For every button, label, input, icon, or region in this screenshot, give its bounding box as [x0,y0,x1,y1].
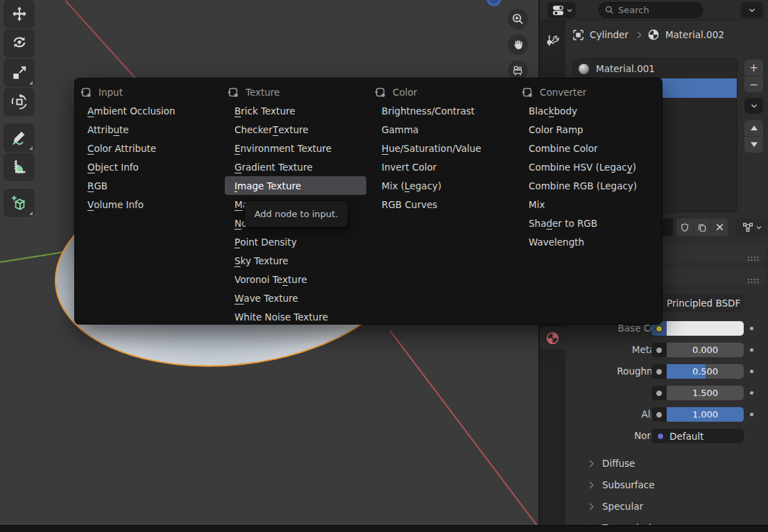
menu-item-voronoi-texture[interactable]: Voronoi Texture [225,270,366,289]
menu-item-shader-to-rgb[interactable]: Shader to RGB [519,214,660,232]
panel-drag-grip[interactable] [747,273,760,286]
menu-item-ambient-occlusion[interactable]: Ambient Occlusion [78,101,219,120]
slider-value: 1.000 [667,407,744,422]
menu-item-point-density[interactable]: Point Density [225,232,366,251]
menu-item-hue-saturation-value[interactable]: Hue/Saturation/Value [372,139,513,157]
tab-material[interactable] [540,326,565,350]
panel-drag-grip[interactable] [747,251,760,264]
animate-decorator-icon[interactable] [750,391,753,395]
menu-item-attribute[interactable]: Attribute [78,120,219,139]
socket-button[interactable] [651,364,667,379]
search-input[interactable] [618,5,688,15]
annotate-tool-button[interactable] [3,123,35,152]
unlink-material-button[interactable] [711,218,728,236]
menu-item-combine-hsv-legacy-[interactable]: Combine HSV (Legacy) [519,157,660,176]
menu-item-checker-texture[interactable]: Checker Texture [225,120,366,139]
menu-category-title: Converter [540,87,586,98]
socket-button[interactable] [651,343,667,357]
copy-material-button[interactable] [694,218,710,236]
subpanel-diffuse[interactable]: Diffuse [570,456,767,470]
chevron-right-icon [587,460,594,467]
move-tool-icon [10,6,28,24]
filter-dropdown[interactable] [736,218,767,236]
menu-item-brightness-contrast[interactable]: Brightness/Contrast [372,101,513,120]
zoom-icon[interactable] [508,9,528,29]
menu-item-rgb[interactable]: RGB [78,176,219,195]
menu-item-invert-color[interactable]: Invert Color [372,157,513,176]
animate-decorator-icon[interactable] [750,348,753,352]
menu-item-combine-rgb-legacy-[interactable]: Combine RGB (Legacy) [519,176,660,195]
transform-tool-icon [10,93,28,111]
menu-item-brick-texture[interactable]: Brick Texture [225,101,366,120]
add-slot-button[interactable]: + [744,60,763,76]
menu-item-image-texture[interactable]: Image Texture [225,176,366,195]
menu-item-white-noise-texture[interactable]: White Noise Texture [225,307,366,326]
alpha-slider[interactable]: 1.000 [667,407,744,422]
menu-item-combine-color[interactable]: Combine Color [519,139,660,157]
material-slot-row[interactable]: Material.001 [573,59,737,78]
chevron-down-icon [567,8,572,13]
subpanel-subsurface[interactable]: Subsurface [570,478,767,492]
menu-category-title: Texture [246,87,280,98]
subpanel-specular[interactable]: Specular [570,499,767,513]
search-box[interactable] [599,2,703,18]
animate-decorator-icon[interactable] [750,370,753,373]
animate-decorator-icon[interactable] [750,413,753,416]
chevron-down-icon [749,7,756,14]
metallic-slider[interactable]: 0.000 [667,343,744,357]
chevron-right-icon [587,481,594,488]
editor-type-dropdown[interactable] [547,2,576,18]
menu-column-input: InputAmbient OcclusionAttributeColor Att… [75,78,222,326]
ior-slider[interactable]: 1.500 [667,386,744,400]
menu-item-environment-texture[interactable]: Environment Texture [225,139,366,157]
menu-item-color-ramp[interactable]: Color Ramp [519,120,660,139]
menu-item-gradient-texture[interactable]: Gradient Texture [225,157,366,176]
add-cube-tool-button[interactable] [3,189,35,217]
menu-item-rgb-curves[interactable]: RGB Curves [372,195,513,214]
rotate-tool-button[interactable] [3,29,35,58]
header-options-button[interactable] [741,2,763,18]
node-tree-filter-icon [742,221,754,234]
fake-user-shield-button[interactable] [676,218,693,236]
menu-item-mix[interactable]: Mix [519,195,660,214]
search-icon [605,6,614,15]
base-color-swatch[interactable] [667,321,744,336]
socket-button[interactable] [651,407,667,422]
roughness-slider[interactable]: 0.500 [667,364,744,379]
menu-item-color-attribute[interactable]: Color Attribute [78,139,219,157]
move-slot-down-button[interactable] [744,137,763,153]
menu-item-gamma[interactable]: Gamma [372,120,513,139]
transform-tool-button[interactable] [3,87,35,116]
slot-specials-button[interactable] [744,98,763,114]
move-slot-up-button[interactable] [744,120,763,136]
normal-dropdown[interactable]: Default [651,429,744,443]
breadcrumb-object[interactable]: Cylinder [590,29,629,40]
add-node-menu: InputAmbient OcclusionAttributeColor Att… [74,78,663,325]
socket-icon [656,368,663,375]
tab-tool[interactable] [540,28,565,52]
menu-item-object-info[interactable]: Object Info [78,157,219,176]
remove-slot-button[interactable]: − [744,76,763,92]
surface-shader-dropdown[interactable]: Principled BSDF [657,294,744,312]
scale-tool-button[interactable] [3,58,35,87]
animate-decorator-icon[interactable] [750,327,753,330]
menu-item-blackbody[interactable]: Blackbody [519,101,660,120]
add-cube-tool-icon [10,194,28,212]
menu-item-wavelength[interactable]: Wavelength [519,232,660,251]
subtool-indicator-icon [29,146,33,150]
menu-item-volume-info[interactable]: Volume Info [78,195,219,214]
breadcrumb-material[interactable]: Material.002 [665,29,724,40]
menu-item-mix-legacy-[interactable]: Mix (Legacy) [372,176,513,195]
measure-tool-icon [10,158,28,176]
socket-button[interactable] [651,386,667,400]
orbit-gizmo-icon[interactable] [486,0,502,6]
pan-hand-icon[interactable] [508,35,528,55]
move-tool-button[interactable] [3,0,35,28]
material-sphere-icon [579,64,589,74]
menu-item-wave-texture[interactable]: Wave Texture [225,289,366,307]
properties-editor-icon [552,3,565,17]
menu-column-color: ColorBrightness/ContrastGammaHue/Saturat… [369,78,516,326]
menu-item-sky-texture[interactable]: Sky Texture [225,251,366,270]
measure-tool-button[interactable] [3,153,35,181]
subpanel-label: Diffuse [602,458,635,469]
